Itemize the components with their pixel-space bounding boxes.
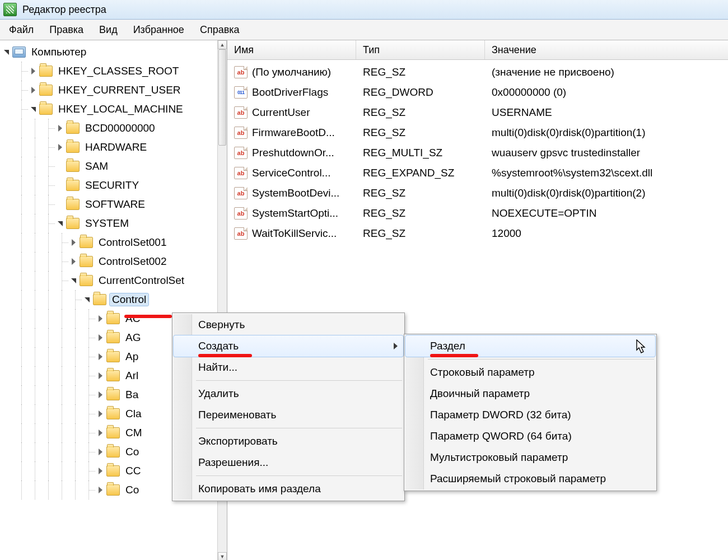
value-name: ServiceControl... <box>252 167 330 179</box>
chevron-right-icon[interactable] <box>96 428 105 437</box>
submenu-item[interactable]: Раздел <box>405 335 655 357</box>
tree-guide <box>56 347 69 366</box>
context-submenu-create[interactable]: РазделСтроковый параметрДвоичный парамет… <box>404 334 657 491</box>
tree-guide <box>16 442 29 461</box>
value-row[interactable]: abCurrentUserREG_SZUSERNAME <box>227 102 728 123</box>
folder-icon <box>66 123 80 134</box>
chevron-right-icon[interactable] <box>96 371 105 380</box>
chevron-right-icon[interactable] <box>56 143 65 152</box>
value-row[interactable]: abWaitToKillServic...REG_SZ12000 <box>227 223 728 244</box>
tree-guide <box>16 157 29 176</box>
submenu-item[interactable]: Параметр QWORD (64 бита) <box>405 426 655 447</box>
tree-guide <box>43 290 56 309</box>
scroll-down-icon[interactable]: ▼ <box>218 552 227 560</box>
submenu-arrow-icon <box>394 343 398 349</box>
tree-guide <box>2 480 16 500</box>
tree-guide <box>16 233 29 252</box>
menu-favorites[interactable]: Избранное <box>125 21 192 39</box>
string-value-icon: ab <box>234 66 248 78</box>
chevron-right-icon[interactable] <box>96 333 105 342</box>
submenu-item[interactable]: Расширяемый строковый параметр <box>405 468 655 489</box>
value-row[interactable]: abPreshutdownOr...REG_MULTI_SZwuauserv g… <box>227 143 728 163</box>
chevron-right-icon[interactable] <box>96 409 105 418</box>
chevron-right-icon[interactable] <box>56 124 65 133</box>
chevron-right-icon[interactable] <box>96 390 105 399</box>
value-row[interactable]: abServiceControl...REG_EXPAND_SZ%systemr… <box>227 163 728 183</box>
scroll-up-icon[interactable]: ▲ <box>218 40 227 49</box>
chevron-right-icon[interactable] <box>96 486 105 494</box>
chevron-right-icon[interactable] <box>29 86 38 95</box>
tree-hklm-bcd[interactable]: BCD00000000 <box>2 119 218 138</box>
context-menu[interactable]: СвернутьСоздатьНайти...УдалитьПереименов… <box>172 312 405 501</box>
menu-item[interactable]: Разрешения... <box>174 452 403 473</box>
tree-guide <box>83 442 96 461</box>
col-value[interactable]: Значение <box>485 40 728 59</box>
tree-guide <box>69 328 83 347</box>
menu-item[interactable]: Найти... <box>174 357 403 378</box>
col-name[interactable]: Имя <box>227 40 356 59</box>
menu-edit[interactable]: Правка <box>41 21 91 39</box>
menu-item[interactable]: Удалить <box>174 383 403 404</box>
tree-guide <box>2 233 16 252</box>
tree-system-cs002[interactable]: ControlSet002 <box>2 252 218 271</box>
tree-guide <box>56 423 69 442</box>
tree-guide <box>69 442 83 461</box>
chevron-down-icon[interactable] <box>29 105 38 114</box>
chevron-down-icon[interactable] <box>2 48 11 57</box>
tree-guide <box>2 366 16 385</box>
tree-hklm-hardware[interactable]: HARDWARE <box>2 138 218 157</box>
tree-guide <box>2 176 16 195</box>
tree-guide <box>43 138 56 157</box>
scroll-thumb[interactable] <box>218 49 226 146</box>
folder-icon <box>106 446 120 458</box>
chevron-right-icon[interactable] <box>96 466 105 475</box>
tree-hive-hkcu[interactable]: HKEY_CURRENT_USER <box>2 81 218 100</box>
tree-root-computer[interactable]: Компьютер <box>2 43 218 62</box>
menu-file[interactable]: Файл <box>1 21 41 39</box>
menu-item[interactable]: Копировать имя раздела <box>174 478 403 500</box>
menu-item[interactable]: Переименовать <box>174 404 403 426</box>
tree-guide <box>69 480 83 500</box>
tree-hklm-system[interactable]: SYSTEM <box>2 214 218 233</box>
submenu-item[interactable]: Двоичный параметр <box>405 383 655 404</box>
col-type[interactable]: Тип <box>356 40 485 59</box>
chevron-right-icon[interactable] <box>96 352 105 361</box>
tree-hklm-security[interactable]: SECURITY <box>2 176 218 195</box>
tree-guide <box>29 233 43 252</box>
value-row[interactable]: abFirmwareBootD...REG_SZmulti(0)disk(0)r… <box>227 123 728 143</box>
menu-view[interactable]: Вид <box>91 21 125 39</box>
chevron-right-icon[interactable] <box>69 238 78 247</box>
submenu-item[interactable]: Строковый параметр <box>405 362 655 383</box>
folder-icon <box>66 218 80 229</box>
tree-guide <box>69 461 83 480</box>
value-row[interactable]: abSystemBootDevi...REG_SZmulti(0)disk(0)… <box>227 183 728 203</box>
value-row[interactable]: abSystemStartOpti...REG_SZ NOEXECUTE=OPT… <box>227 203 728 223</box>
menu-item[interactable]: Свернуть <box>174 314 403 335</box>
tree-guide <box>56 271 69 290</box>
tree-hive-hkcr[interactable]: HKEY_CLASSES_ROOT <box>2 62 218 81</box>
chevron-right-icon[interactable] <box>29 67 38 76</box>
tree-ccs-control[interactable]: Control <box>2 290 218 309</box>
tree-hive-hklm[interactable]: HKEY_LOCAL_MACHINE <box>2 100 218 119</box>
chevron-right-icon[interactable] <box>96 447 105 456</box>
menu-item[interactable]: Создать <box>174 335 403 357</box>
tree-guide <box>43 404 56 423</box>
tree-hklm-sam[interactable]: SAM <box>2 157 218 176</box>
chevron-down-icon[interactable] <box>83 295 92 304</box>
value-row[interactable]: ab(По умолчанию)REG_SZ(значение не присв… <box>227 62 728 82</box>
tree-hklm-software[interactable]: SOFTWARE <box>2 195 218 214</box>
binary-value-icon: 011 <box>234 86 248 99</box>
folder-icon <box>106 351 120 362</box>
tree-item-label: ControlSet001 <box>96 236 169 249</box>
tree-system-cs001[interactable]: ControlSet001 <box>2 233 218 252</box>
submenu-item[interactable]: Параметр DWORD (32 бита) <box>405 404 655 426</box>
submenu-item[interactable]: Мультистроковый параметр <box>405 447 655 468</box>
chevron-down-icon[interactable] <box>69 276 78 285</box>
chevron-down-icon[interactable] <box>56 219 65 228</box>
chevron-right-icon[interactable] <box>69 257 78 266</box>
menu-help[interactable]: Справка <box>192 21 248 39</box>
menu-item[interactable]: Экспортировать <box>174 431 403 452</box>
tree-system-ccs[interactable]: CurrentControlSet <box>2 271 218 290</box>
value-row[interactable]: 011BootDriverFlagsREG_DWORD0x00000000 (0… <box>227 82 728 102</box>
chevron-right-icon[interactable] <box>96 314 105 323</box>
